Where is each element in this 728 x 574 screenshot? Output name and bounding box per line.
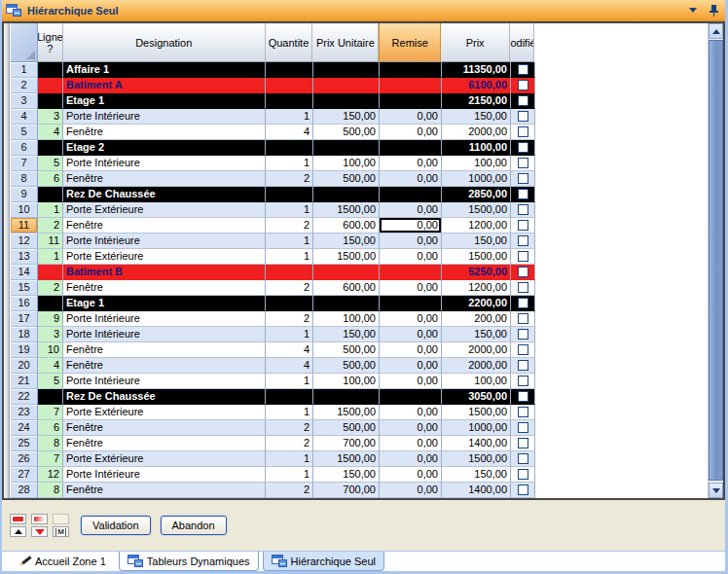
chevron-down-icon[interactable] — [689, 8, 697, 13]
cell-designation[interactable]: Porte Intérieure — [63, 156, 266, 171]
cell-prix[interactable]: 1400,00 — [442, 483, 511, 498]
cell-quantite[interactable]: 1 — [266, 202, 313, 218]
modified-checkbox[interactable] — [518, 251, 528, 262]
row-header[interactable]: 28 — [11, 483, 38, 498]
modified-checkbox[interactable] — [518, 189, 528, 199]
cell-prix[interactable]: 150,00 — [442, 327, 511, 342]
cell-prix[interactable]: 2000,00 — [442, 358, 511, 374]
cell-ligne[interactable] — [38, 140, 63, 156]
cell-ligne[interactable]: 3 — [38, 327, 63, 342]
row-header[interactable]: 4 — [11, 109, 38, 125]
cell-ligne[interactable]: 12 — [38, 467, 63, 483]
cell-ligne[interactable]: 7 — [38, 451, 63, 467]
modified-checkbox[interactable] — [518, 267, 528, 277]
cell-prix[interactable]: 100,00 — [442, 156, 511, 171]
cell-prix-unitaire[interactable] — [313, 265, 380, 280]
cell-remise[interactable]: 0,00 — [380, 451, 442, 467]
column-header-quantite[interactable]: Quantite — [266, 23, 313, 62]
cell-ligne[interactable]: 8 — [38, 483, 63, 498]
cell-designation[interactable]: Porte Extérieure — [63, 451, 266, 467]
cell-prix[interactable]: 3050,00 — [442, 389, 511, 405]
cell-prix[interactable]: 150,00 — [442, 467, 511, 483]
cell-prix-unitaire[interactable]: 150,00 — [313, 327, 380, 342]
blank-icon[interactable] — [53, 514, 69, 524]
cell-remise[interactable]: 0,00 — [380, 233, 442, 249]
cell-remise[interactable]: 0,00 — [380, 311, 442, 327]
cell-prix-unitaire[interactable]: 500,00 — [313, 342, 380, 358]
cell-quantite[interactable]: 2 — [266, 420, 313, 436]
row-header[interactable]: 24 — [11, 420, 38, 436]
cell-prix[interactable]: 2850,00 — [442, 187, 511, 202]
cell-designation[interactable]: Porte Intérieure — [63, 233, 266, 249]
modified-checkbox[interactable] — [518, 235, 528, 246]
cell-ligne[interactable]: 1 — [38, 249, 63, 265]
modified-checkbox[interactable] — [518, 220, 528, 231]
cell-prix-unitaire[interactable]: 700,00 — [313, 436, 380, 451]
cell-remise[interactable]: 0,00 — [380, 109, 442, 125]
cell-ligne[interactable] — [38, 296, 63, 311]
cell-quantite[interactable] — [266, 187, 313, 202]
cell-remise[interactable]: 0,00 — [380, 327, 442, 342]
modified-checkbox[interactable] — [518, 344, 528, 355]
cell-designation[interactable]: Fenêtre — [63, 483, 266, 498]
cell-designation[interactable]: Fenêtre — [63, 218, 266, 233]
cell-prix[interactable]: 1100,00 — [442, 140, 511, 156]
expand-down-icon[interactable] — [31, 526, 48, 537]
cell-prix[interactable]: 1500,00 — [442, 451, 511, 467]
cell-designation[interactable]: Porte Extérieure — [63, 405, 266, 420]
cell-prix-unitaire[interactable]: 600,00 — [313, 218, 380, 233]
row-header[interactable]: 2 — [11, 78, 38, 93]
column-header-modifie[interactable]: Modifié? — [510, 23, 534, 62]
cell-prix-unitaire[interactable]: 100,00 — [313, 374, 380, 389]
row-header[interactable]: 20 — [11, 358, 38, 374]
cell-remise[interactable] — [380, 296, 442, 311]
cell-ligne[interactable]: 9 — [38, 311, 63, 327]
modified-checkbox[interactable] — [518, 422, 528, 433]
cell-prix-unitaire[interactable]: 1500,00 — [313, 405, 380, 420]
scrollbar-thumb[interactable] — [709, 40, 723, 481]
cell-quantite[interactable]: 2 — [266, 280, 313, 296]
modified-checkbox[interactable] — [518, 126, 528, 137]
modified-checkbox[interactable] — [518, 158, 528, 168]
cell-prix-unitaire[interactable] — [313, 389, 380, 405]
row-header[interactable]: 11 — [11, 218, 38, 233]
modified-checkbox[interactable] — [518, 204, 528, 215]
cell-quantite[interactable] — [266, 78, 313, 93]
cell-remise[interactable]: 0,00 — [380, 202, 442, 218]
cell-quantite[interactable]: 1 — [266, 327, 313, 342]
row-header[interactable]: 6 — [11, 140, 38, 156]
modified-checkbox[interactable] — [518, 173, 528, 184]
cell-prix[interactable]: 1500,00 — [442, 249, 511, 265]
cell-prix-unitaire[interactable]: 1500,00 — [313, 451, 380, 467]
cell-remise[interactable]: 0,00 — [380, 171, 442, 187]
pin-icon[interactable] — [709, 4, 719, 18]
cell-remise[interactable] — [380, 389, 442, 405]
cell-ligne[interactable] — [38, 62, 63, 78]
cell-quantite[interactable]: 4 — [266, 342, 313, 358]
cell-designation[interactable]: Fenêtre — [63, 342, 266, 358]
cell-prix[interactable]: 1000,00 — [442, 420, 511, 436]
row-header[interactable]: 13 — [11, 249, 38, 265]
cell-ligne[interactable]: 5 — [38, 374, 63, 389]
row-header[interactable]: 7 — [11, 156, 38, 171]
cell-prix[interactable]: 11350,00 — [442, 62, 511, 78]
cell-prix-unitaire[interactable]: 500,00 — [313, 420, 380, 436]
cell-prix-unitaire[interactable] — [313, 78, 380, 93]
cell-remise[interactable] — [380, 187, 442, 202]
cell-quantite[interactable]: 2 — [266, 311, 313, 327]
cell-designation[interactable]: Etage 2 — [63, 140, 266, 156]
cell-quantite[interactable] — [266, 62, 313, 78]
row-header[interactable]: 16 — [11, 296, 38, 311]
select-all-cell[interactable] — [11, 23, 38, 62]
cell-designation[interactable]: Affaire 1 — [63, 62, 266, 78]
cell-remise[interactable]: 0,00 — [380, 420, 442, 436]
modified-checkbox[interactable] — [518, 391, 528, 402]
row-header[interactable]: 9 — [11, 187, 38, 202]
cell-prix-unitaire[interactable] — [313, 187, 380, 202]
cell-prix-unitaire[interactable]: 700,00 — [313, 483, 380, 498]
cell-remise[interactable]: 0,00 — [380, 405, 442, 420]
cell-designation[interactable]: Fenêtre — [63, 125, 266, 140]
cell-quantite[interactable]: 1 — [266, 451, 313, 467]
column-header-ligne[interactable]: Ligne ? — [38, 23, 63, 62]
cell-quantite[interactable]: 1 — [266, 467, 313, 483]
